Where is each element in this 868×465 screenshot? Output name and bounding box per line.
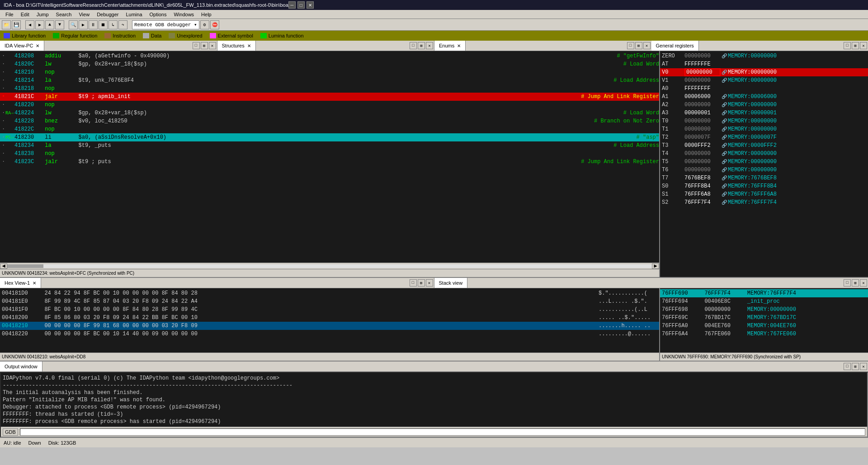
tab-hex-view[interactable]: Hex View-1 ✕ (0, 278, 41, 288)
structs-panel-float[interactable]: ⊞ (418, 42, 425, 49)
toolbar-pause[interactable]: ⏸ (89, 20, 98, 29)
hex-line-5[interactable]: 00418220 00 00 00 00 8F BC 00 10 14 40 0… (0, 330, 659, 338)
minimize-button[interactable]: ─ (288, 1, 296, 9)
stack-panel-restore[interactable]: □ (844, 279, 851, 287)
hex-line-3[interactable]: 00418200 8F 85 86 80 03 20 F8 09 24 84 2… (0, 314, 659, 322)
stack-line-1[interactable]: 76FFF694 00406E8C _init_proc (660, 297, 868, 305)
enums-tab-close[interactable]: ✕ (457, 43, 461, 48)
enums-panel-close[interactable]: ✕ (643, 42, 651, 49)
toolbar-step-over[interactable]: ↷ (118, 20, 127, 29)
ida-panel-close[interactable]: ✕ (209, 42, 216, 49)
asm-line-8[interactable]: · 418228 bnez $v0, loc_418250 # Branch o… (0, 117, 659, 125)
stack-panel-close[interactable]: ✕ (860, 279, 867, 287)
toolbar-open[interactable]: 📁 (2, 20, 11, 29)
scroll-left-btn[interactable]: ◀ (0, 263, 7, 269)
toolbar-save[interactable]: 💾 (12, 20, 21, 29)
toolbar-run[interactable]: ▶ (79, 20, 88, 29)
asm-line-2[interactable]: · 418210 nop (0, 68, 659, 76)
reg-line-a2[interactable]: A200000000🔗MEMORY:00000000 (660, 101, 868, 109)
menu-windows[interactable]: Windows (170, 11, 198, 18)
reg-line-t6[interactable]: T600000000🔗MEMORY:00000000 (660, 166, 868, 174)
structs-panel-close[interactable]: ✕ (426, 42, 433, 49)
stack-panel-float[interactable]: ⊞ (852, 279, 859, 287)
hex-panel-float[interactable]: ⊞ (418, 279, 425, 287)
reg-line-t1[interactable]: T100000000🔗MEMORY:00000000 (660, 125, 868, 133)
stack-line-0[interactable]: 76FFF690 76FFF7F4 MEMORY:76FFF7F4 (660, 289, 868, 297)
asm-line-10[interactable]: ·PC→418230 li $a0, (aSsiDnsResolveA+0x10… (0, 133, 659, 141)
reg-line-at[interactable]: ATFFFFFFFE (660, 60, 868, 68)
asm-line-13[interactable]: · 41823C jalr $t9 ; puts # Jump And Link… (0, 158, 659, 166)
structs-panel-restore[interactable]: □ (410, 42, 417, 49)
ida-view-tab-close[interactable]: ✕ (36, 43, 39, 48)
reg-line-v1[interactable]: V100000000🔗MEMORY:00000000 (660, 76, 868, 85)
toolbar-back[interactable]: ◀ (25, 20, 34, 29)
reg-line-t7[interactable]: T77676BEF8🔗MEMORY:7676BEF8 (660, 174, 868, 182)
scroll-right-btn[interactable]: ▶ (652, 263, 659, 269)
genreg-panel-float[interactable]: ⊞ (852, 42, 859, 49)
hex-view-tab-close[interactable]: ✕ (33, 281, 36, 286)
menu-debugger[interactable]: Debugger (93, 11, 122, 18)
asm-line-1[interactable]: · 41820C lw $gp, 0x28+var_18($sp) # Load… (0, 60, 659, 68)
menu-view[interactable]: View (75, 11, 93, 18)
asm-line-11[interactable]: · 418234 la $t9, _puts # Load Address (0, 141, 659, 150)
ida-panel-restore[interactable]: □ (193, 42, 200, 49)
tab-enums[interactable]: Enums ✕ (434, 41, 466, 51)
ida-panel-float[interactable]: ⊞ (201, 42, 208, 49)
stack-line-3[interactable]: 76FFF69C 767BD17C MEMORY:767BD17C (660, 314, 868, 322)
reg-line-a3[interactable]: A300000001🔗MEMORY:00000001 (660, 109, 868, 117)
hex-panel-close[interactable]: ✕ (426, 279, 433, 287)
asm-line-7[interactable]: ·RA→418224 lw $gp, 0x28+var_18($sp) # Lo… (0, 109, 659, 117)
reg-line-zero[interactable]: ZERO00000000🔗MEMORY:00000000 (660, 52, 868, 60)
toolbar-detach[interactable]: ⛔ (210, 20, 219, 29)
hex-line-1[interactable]: 004181E0 8F 99 89 4C 8F 85 87 04 03 20 F… (0, 297, 659, 305)
toolbar-down[interactable]: ▼ (55, 20, 64, 29)
toolbar-up[interactable]: ▲ (45, 20, 54, 29)
reg-line-t3[interactable]: T30000FFF2🔗MEMORY:0000FFF2 (660, 141, 868, 150)
hex-line-0[interactable]: 004181D0 24 84 22 94 8F BC 00 10 00 00 0… (0, 289, 659, 297)
enums-panel-restore[interactable]: □ (627, 42, 634, 49)
asm-line-6[interactable]: · 418220 nop (0, 101, 659, 109)
structures-tab-close[interactable]: ✕ (247, 43, 251, 48)
output-input[interactable] (20, 428, 865, 436)
ida-view-content[interactable]: · 418208 addiu $a0, (aGetfwinfo - 0x4900… (0, 51, 659, 263)
genreg-panel-close[interactable]: ✕ (860, 42, 867, 49)
menu-jump[interactable]: Jump (33, 11, 52, 18)
hex-line-2[interactable]: 004181F0 8F BC 00 10 00 00 00 00 8F 84 8… (0, 305, 659, 314)
menu-edit[interactable]: Edit (17, 11, 33, 18)
stack-line-4[interactable]: 76FFF6A0 004EE760 MEMORY:004EE760 (660, 322, 868, 330)
stack-line-5[interactable]: 76FFF6A4 767FE060 MEMORY:767FE060 (660, 330, 868, 338)
tab-output[interactable]: Output window (0, 362, 42, 371)
menu-help[interactable]: Help (198, 11, 215, 18)
output-panel-close[interactable]: ✕ (860, 363, 867, 370)
output-content[interactable]: IDAPython v7.4.0 final (serial 0) (c) Th… (1, 373, 867, 427)
reg-line-a1[interactable]: A100006000🔗MEMORY:00006000 (660, 93, 868, 101)
ida-scrollbar-h[interactable]: ◀ ▶ (0, 263, 659, 269)
reg-line-s1[interactable]: S176FFF6A8🔗MEMORY:76FFF6A8 (660, 190, 868, 198)
asm-line-5[interactable]: • 41821C jalr $t9 ; apmib_init # Jump An… (0, 93, 659, 101)
reg-line-v0[interactable]: V000000000🔗MEMORY:00000000 (660, 68, 868, 76)
asm-line-4[interactable]: · 418218 nop (0, 85, 659, 93)
toolbar-step-into[interactable]: ↳ (108, 20, 118, 29)
output-panel-restore[interactable]: □ (844, 363, 851, 370)
menu-search[interactable]: Search (52, 11, 75, 18)
tab-structures[interactable]: Structures ✕ (217, 41, 256, 51)
hex-view-content[interactable]: 004181D0 24 84 22 94 8F BC 00 10 00 00 0… (0, 288, 659, 352)
gen-reg-content[interactable]: ZERO00000000🔗MEMORY:00000000ATFFFFFFFEV0… (660, 51, 868, 277)
close-button[interactable]: ✕ (307, 1, 314, 9)
tab-ida-view-pc[interactable]: IDA View-PC ✕ (0, 41, 44, 51)
toolbar-attach[interactable]: ⚙ (200, 20, 209, 29)
reg-line-t0[interactable]: T000000000🔗MEMORY:00000000 (660, 117, 868, 125)
genreg-panel-restore[interactable]: □ (844, 42, 851, 49)
hex-line-4[interactable]: 00418210 00 00 00 00 8F 99 81 68 00 00 0… (0, 322, 659, 330)
asm-line-9[interactable]: · 41822C nop (0, 125, 659, 133)
reg-line-s0[interactable]: S076FFF8B4🔗MEMORY:76FFF8B4 (660, 182, 868, 190)
maximize-button[interactable]: □ (297, 1, 305, 9)
menu-file[interactable]: File (2, 11, 17, 18)
hex-panel-restore[interactable]: □ (410, 279, 417, 287)
tab-stack-view[interactable]: Stack view (434, 278, 468, 288)
stack-line-2[interactable]: 76FFF698 00000000 MEMORY:00000000 (660, 305, 868, 314)
reg-line-t4[interactable]: T400000000🔗MEMORY:00000000 (660, 150, 868, 158)
reg-line-t5[interactable]: T500000000🔗MEMORY:00000000 (660, 158, 868, 166)
scroll-thumb-h[interactable] (7, 264, 43, 268)
toolbar-stop[interactable]: ⏹ (99, 20, 108, 29)
